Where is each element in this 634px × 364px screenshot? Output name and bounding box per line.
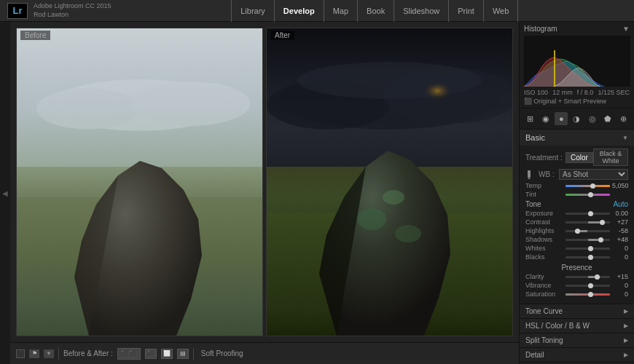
divider-1 <box>58 348 59 360</box>
shadows-value: +48 <box>612 236 628 243</box>
blacks-track[interactable] <box>565 256 610 258</box>
svg-point-3 <box>36 88 140 130</box>
treatment-bw-btn[interactable]: Black & White <box>593 149 628 166</box>
detail-section[interactable]: Detail ▶ <box>520 348 634 363</box>
tint-slider-row: Tint <box>525 191 628 198</box>
treatment-color-btn[interactable]: Color <box>565 152 593 163</box>
contrast-slider-row: Contrast +27 <box>525 218 628 226</box>
temp-track[interactable] <box>565 185 610 187</box>
split-toning-section[interactable]: Split Toning ▶ <box>520 333 634 348</box>
nav-book[interactable]: Book <box>358 0 394 22</box>
vibrance-label: Vibrance <box>525 282 563 289</box>
highlights-value: -58 <box>612 227 628 234</box>
aperture-value: f / 8.0 <box>577 89 594 96</box>
tools-row: ⊞ ◉ ● ◑ ◎ ⬟ ⊕ <box>520 108 634 130</box>
treatment-row: Treatment : Color Black & White <box>525 149 628 166</box>
nav-print[interactable]: Print <box>449 0 484 22</box>
temp-label: Temp <box>525 182 563 189</box>
temp-thumb[interactable] <box>590 183 595 189</box>
eyedropper-icon <box>525 170 536 180</box>
right-panel: Histogram ▼ ISO 100 <box>519 22 634 364</box>
nav-slideshow[interactable]: Slideshow <box>394 0 449 22</box>
adjustment-brush-tool[interactable]: ⬟ <box>601 112 614 125</box>
histogram-header: Histogram ▼ <box>524 25 630 33</box>
vibrance-track[interactable] <box>565 285 610 287</box>
blacks-thumb[interactable] <box>588 255 593 260</box>
left-panel-toggle[interactable]: ◀ <box>0 22 10 364</box>
vibrance-thumb[interactable] <box>588 283 593 288</box>
contrast-value: +27 <box>612 218 628 226</box>
crop-tool[interactable]: ⊞ <box>524 112 537 125</box>
shutter-value: 1/125 SEC <box>598 89 630 96</box>
exposure-thumb[interactable] <box>588 211 593 216</box>
presence-label: Presence <box>525 264 628 272</box>
nav-web[interactable]: Web <box>484 0 518 22</box>
whites-value: 0 <box>612 245 628 252</box>
vibrance-value: 0 <box>612 282 628 289</box>
shadows-track[interactable] <box>565 239 610 241</box>
tone-curve-section[interactable]: Tone Curve ▶ <box>520 304 634 319</box>
exposure-value: 0.00 <box>612 210 628 217</box>
before-after-split-button[interactable]: ⬛⬛ <box>117 348 141 360</box>
divider-2 <box>193 348 194 360</box>
clarity-slider-row: Clarity +15 <box>525 273 628 280</box>
soft-proofing-label: Soft Proofing <box>201 349 243 357</box>
shadows-thumb[interactable] <box>598 237 603 242</box>
highlights-track[interactable] <box>565 230 610 232</box>
whites-thumb[interactable] <box>588 246 593 251</box>
tint-thumb[interactable] <box>588 192 593 197</box>
preview-badge: ⬛ Original + Smart Preview <box>524 98 630 105</box>
svg-rect-16 <box>528 170 531 178</box>
clarity-thumb[interactable] <box>595 274 600 280</box>
wb-label: WB : <box>539 170 559 178</box>
after-label: After <box>270 31 294 40</box>
before-after-text: Before & After : <box>63 349 113 357</box>
main-area: ◀ Before <box>0 22 634 364</box>
nav-map[interactable]: Map <box>324 0 358 22</box>
whites-slider-row: Whites 0 <box>525 245 628 252</box>
exposure-slider-row: Exposure 0.00 <box>525 210 628 217</box>
basic-section-title: Basic <box>525 133 545 142</box>
treatment-label: Treatment : <box>525 154 565 162</box>
exposure-track[interactable] <box>565 213 610 215</box>
basic-section-header[interactable]: Basic ▼ <box>520 130 634 146</box>
layout-btn-1[interactable]: ⬛ <box>145 349 157 359</box>
nav-library[interactable]: Library <box>231 0 275 22</box>
tone-curve-icon: ▶ <box>624 308 628 314</box>
tint-label: Tint <box>525 191 563 198</box>
saturation-track[interactable] <box>565 293 610 296</box>
highlights-label: Highlights <box>525 227 563 234</box>
highlights-thumb[interactable] <box>575 229 580 234</box>
redeye-tool[interactable]: ● <box>555 112 568 125</box>
focal-value: 12 mm <box>552 89 573 96</box>
hsl-section[interactable]: HSL / Color / B & W ▶ <box>520 319 634 333</box>
color-flag-icon[interactable]: ▼ <box>44 349 54 358</box>
saturation-thumb[interactable] <box>588 292 593 297</box>
layout-btn-2[interactable]: ⬜ <box>161 349 173 359</box>
histogram-section: Histogram ▼ ISO 100 <box>520 22 634 108</box>
nav-develop[interactable]: Develop <box>275 0 324 22</box>
contrast-track[interactable] <box>565 221 610 223</box>
clarity-label: Clarity <box>525 273 563 280</box>
graduated-filter-tool[interactable]: ◑ <box>570 112 583 125</box>
target-adjustment-tool[interactable]: ⊕ <box>617 112 630 125</box>
tint-track[interactable] <box>565 194 610 196</box>
svg-point-9 <box>390 71 463 120</box>
clarity-track[interactable] <box>565 276 610 278</box>
saturation-slider-row: Saturation 0 <box>525 290 628 298</box>
histogram-display <box>524 36 630 87</box>
after-panel: After <box>266 28 513 336</box>
saturation-label: Saturation <box>525 290 563 298</box>
layout-btn-3[interactable]: ▤ <box>177 349 189 359</box>
checkbox-icon[interactable] <box>16 349 25 358</box>
split-toning-title: Split Toning <box>525 336 563 344</box>
split-toning-icon: ▶ <box>624 337 628 344</box>
flag-icon[interactable]: ⚑ <box>29 349 39 358</box>
contrast-thumb[interactable] <box>600 220 605 225</box>
blacks-value: 0 <box>612 253 628 261</box>
radial-filter-tool[interactable]: ◎ <box>586 112 599 125</box>
spot-removal-tool[interactable]: ◉ <box>539 112 552 125</box>
wb-select[interactable]: As Shot <box>559 169 628 180</box>
whites-track[interactable] <box>565 248 610 250</box>
histogram-menu-icon[interactable]: ▼ <box>622 25 630 33</box>
